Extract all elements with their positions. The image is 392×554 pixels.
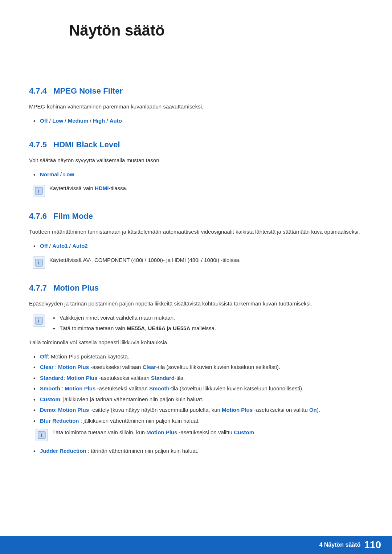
list-item-judder: Judder Reduction : tärinän vähentäminen … bbox=[29, 446, 363, 456]
note-icon: i bbox=[33, 315, 45, 327]
note-icon: i bbox=[36, 429, 48, 441]
section-4-7-4: 4.7.4 MPEG Noise Filter MPEG-kohinan väh… bbox=[29, 86, 363, 126]
demo-desc3: ). bbox=[317, 407, 320, 413]
option-normal: Normal bbox=[40, 171, 59, 177]
section-body2-4-7-7: Tällä toiminnolla voi katsella nopeasti … bbox=[29, 338, 363, 347]
sep2: : bbox=[55, 407, 58, 413]
option-demo: Demo bbox=[40, 407, 55, 413]
footer-page: 110 bbox=[364, 539, 381, 551]
list-item-blur: Blur Reduction : jälkikuvien vähentämine… bbox=[29, 416, 363, 442]
svg-text:i: i bbox=[38, 188, 40, 194]
motion-plus-note: Motion Plus bbox=[146, 429, 177, 435]
demo-desc1: -esittely (kuva näkyy näytön vasemmalla … bbox=[89, 407, 222, 413]
motion-plus-4: Motion Plus bbox=[58, 407, 89, 413]
svg-text:i: i bbox=[41, 432, 42, 438]
standard-val: Standard bbox=[151, 375, 175, 381]
list-item: Valikkojen nimet voivat vaihdella maan m… bbox=[49, 313, 216, 323]
custom-desc: : jälkikuvien ja tärinän vähentäminen ni… bbox=[60, 396, 203, 402]
option-auto1: Auto1 bbox=[52, 243, 68, 249]
info-icon: i bbox=[35, 317, 43, 325]
option-smooth: Smooth bbox=[40, 385, 60, 391]
list-item-demo: Demo: Motion Plus -esittely (kuva näkyy … bbox=[29, 405, 363, 415]
page: 4 Näytön säätö 4.7.4 MPEG Noise Filter M… bbox=[0, 0, 392, 554]
option-low: Low bbox=[52, 118, 63, 124]
info-icon: i bbox=[35, 187, 43, 195]
option-custom: Custom bbox=[40, 396, 60, 402]
option-off: Off bbox=[40, 353, 48, 360]
blur-desc: : jälkikuvien vähentäminen niin paljon k… bbox=[79, 418, 200, 424]
options-list-4-7-4: Off / Low / Medium / High / Auto bbox=[29, 116, 363, 126]
section-body-4-7-4: MPEG-kohinan vähentäminen paremman kuvan… bbox=[29, 102, 363, 111]
svg-text:i: i bbox=[38, 260, 40, 266]
section-heading-4-7-7: 4.7.7 Motion Plus bbox=[29, 283, 363, 293]
section-4-7-7: 4.7.7 Motion Plus Epäselvyyden ja tärinä… bbox=[29, 283, 363, 456]
option-blur: Blur Reduction bbox=[40, 418, 79, 424]
list-item: Off / Auto1 / Auto2 bbox=[29, 241, 363, 251]
main-content: 4.7.4 MPEG Noise Filter MPEG-kohinan väh… bbox=[0, 57, 392, 490]
standard-desc2: -tila. bbox=[175, 375, 185, 381]
option-standard: Standard bbox=[40, 375, 64, 381]
note-text-4-7-5: Käytettävissä vain HDMI-tilassa. bbox=[49, 184, 127, 193]
note-block-4-7-6: i Käytettävissä AV-, COMPONENT (480i / 1… bbox=[33, 256, 363, 269]
clear-desc1: -asetukseksi valitaan bbox=[89, 364, 143, 370]
note-text-4-7-6: Käytettävissä AV-, COMPONENT (480i / 108… bbox=[49, 256, 241, 264]
list-item-standard: Standard: Motion Plus -asetukseksi valit… bbox=[29, 373, 363, 383]
note-bullet-group-4-7-7: i Valikkojen nimet voivat vaihdella maan… bbox=[33, 313, 363, 335]
sep: : bbox=[54, 364, 58, 370]
blur-note-text: Tätä toimintoa tuetaan vain silloin, kun… bbox=[52, 428, 256, 437]
judder-desc: : tärinän vähentäminen niin paljon kuin … bbox=[86, 448, 199, 454]
standard-desc1: -asetukseksi valitaan bbox=[97, 375, 151, 381]
separator: / bbox=[65, 118, 68, 124]
motion-plus-2: Motion Plus bbox=[66, 375, 97, 381]
option-medium: Medium bbox=[68, 118, 89, 124]
clear-desc2: -tila (soveltuu liikkuvien kuvien katsel… bbox=[156, 364, 280, 370]
motion-plus-3: Motion Plus bbox=[65, 385, 95, 391]
model-ue46a: UE46A bbox=[148, 325, 166, 331]
list-item-off: Off: Motion Plus poistetaan käytöstä. bbox=[29, 352, 363, 361]
separator: / bbox=[60, 171, 63, 177]
motion-items-list: Off: Motion Plus poistetaan käytöstä. Cl… bbox=[29, 352, 363, 456]
list-item-clear: Clear : Motion Plus -asetukseksi valitaa… bbox=[29, 362, 363, 372]
option-off: Off bbox=[40, 243, 48, 249]
sep: : bbox=[60, 385, 65, 391]
separator: / bbox=[90, 118, 93, 124]
option-clear: Clear bbox=[40, 364, 54, 370]
model-me55a: ME55A bbox=[127, 325, 145, 331]
header-section: 4 Näytön säätö bbox=[0, 0, 392, 57]
footer: 4 Näytön säätö 110 bbox=[0, 536, 392, 554]
separator: / bbox=[69, 243, 72, 249]
note-block-4-7-5: i Käytettävissä vain HDMI-tilassa. bbox=[33, 184, 363, 197]
demo-desc2: -asetukseksi on valittu bbox=[253, 407, 309, 413]
clear-val: Clear bbox=[143, 364, 156, 370]
option-auto2: Auto2 bbox=[72, 243, 88, 249]
note-items-4-7-7: Valikkojen nimet voivat vaihdella maan m… bbox=[49, 313, 216, 335]
section-4-7-6: 4.7.6 Film Mode Tuotteen määrittäminen t… bbox=[29, 212, 363, 269]
section-body-4-7-6: Tuotteen määrittäminen tunnistamaan ja k… bbox=[29, 227, 363, 236]
list-item-custom: Custom: jälkikuvien ja tärinän vähentämi… bbox=[29, 395, 363, 404]
model-ue55a: UE55A bbox=[173, 325, 190, 331]
option-judder: Judder Reduction bbox=[40, 448, 86, 454]
off-desc: : Motion Plus poistetaan käytöstä. bbox=[48, 353, 129, 360]
section-4-7-5: 4.7.5 HDMI Black Level Voit säätää näytö… bbox=[29, 140, 363, 197]
hdmi-bold: HDMI bbox=[95, 185, 109, 191]
info-icon: i bbox=[35, 259, 43, 267]
section-body-4-7-7: Epäselvyyden ja tärinän poistaminen palj… bbox=[29, 299, 363, 308]
blur-note: i Tätä toimintoa tuetaan vain silloin, k… bbox=[36, 428, 363, 441]
section-body-4-7-5: Voit säätää näytön syvyyttä valitsemalla… bbox=[29, 156, 363, 165]
on-val: On bbox=[309, 407, 317, 413]
options-list-4-7-5: Normal / Low bbox=[29, 170, 363, 179]
option-off: Off bbox=[40, 118, 48, 124]
list-item: Tätä toimintoa tuetaan vain ME55A, UE46A… bbox=[49, 324, 216, 333]
list-item-smooth: Smooth : Motion Plus -asetukseksi valita… bbox=[29, 384, 363, 393]
separator: / bbox=[106, 118, 109, 124]
custom-note-val: Custom bbox=[234, 429, 254, 435]
smooth-val: Smooth bbox=[149, 385, 170, 391]
section-heading-4-7-5: 4.7.5 HDMI Black Level bbox=[29, 140, 363, 149]
motion-plus-1: Motion Plus bbox=[58, 364, 89, 370]
smooth-desc1: -asetukseksi valitaan bbox=[95, 385, 149, 391]
section-heading-4-7-4: 4.7.4 MPEG Noise Filter bbox=[29, 86, 363, 96]
list-item: Off / Low / Medium / High / Auto bbox=[29, 116, 363, 126]
svg-text:i: i bbox=[38, 318, 40, 324]
section-heading-4-7-6: 4.7.6 Film Mode bbox=[29, 212, 363, 221]
option-low: Low bbox=[63, 171, 74, 177]
